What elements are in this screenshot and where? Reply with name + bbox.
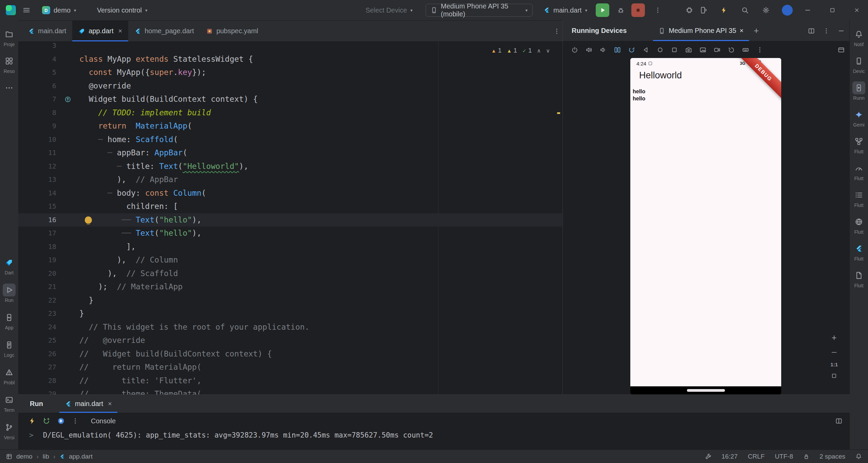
code-line-17[interactable]: 17 ── Text("hello"), xyxy=(18,227,562,240)
code-editor[interactable]: 34class MyApp extends StatelessWidget {5… xyxy=(18,42,562,394)
run-configuration[interactable]: main.dart ▾ xyxy=(543,0,587,20)
rotate-icon[interactable] xyxy=(625,43,638,56)
device-manager-button[interactable] xyxy=(700,0,707,20)
code-line-16[interactable]: 16 ── Text("hello"), xyxy=(18,213,562,227)
more-run-actions[interactable] xyxy=(654,0,661,20)
breadcrumb-file[interactable]: app.dart xyxy=(69,453,93,460)
device-settings-button[interactable] xyxy=(838,46,845,53)
code-line-15[interactable]: 15 children: [ xyxy=(18,200,562,213)
code-line-14[interactable]: 14 ─ body: const Column( xyxy=(18,187,562,200)
notifications-bell-icon[interactable] xyxy=(855,453,862,460)
line-ending[interactable]: CRLF xyxy=(748,453,765,460)
layout-icon[interactable] xyxy=(6,454,12,460)
debug-button[interactable] xyxy=(617,0,625,20)
tool-stripe-item-more-tool-windows[interactable] xyxy=(0,81,18,94)
tool-stripe-item-logcat[interactable]: Logc xyxy=(0,339,18,358)
hot-reload-button[interactable] xyxy=(720,0,728,20)
run-button[interactable] xyxy=(596,3,609,17)
settings-button[interactable] xyxy=(762,0,770,20)
add-device-tab-button[interactable]: + xyxy=(754,20,759,41)
overview-icon[interactable] xyxy=(668,43,681,56)
file-encoding[interactable]: UTF-8 xyxy=(775,453,793,460)
tool-stripe-item-flutter-docs[interactable]: Flutt xyxy=(850,269,868,288)
split-panel-icon[interactable] xyxy=(808,27,815,34)
console-fold-arrow[interactable]: > xyxy=(29,430,34,440)
editor-tab-home_page.dart[interactable]: home_page.dart xyxy=(128,21,200,41)
scrollbar-warning-mark[interactable] xyxy=(557,112,560,114)
code-line-4[interactable]: 4class MyApp extends StatelessWidget { xyxy=(18,53,562,66)
code-line-7[interactable]: 7 Widget build(BuildContext context) { xyxy=(18,93,562,106)
split-console-icon[interactable] xyxy=(835,418,842,424)
code-line-24[interactable]: 24 // This widget is the root of your ap… xyxy=(18,321,562,334)
window-maximize-button[interactable] xyxy=(829,0,835,20)
screenshot-icon[interactable] xyxy=(682,43,695,56)
snapshot-icon[interactable] xyxy=(725,43,738,56)
code-line-18[interactable]: 18 ], xyxy=(18,240,562,254)
tool-stripe-item-flutter-inspector[interactable]: Flutt xyxy=(850,135,868,154)
hide-panel-icon[interactable] xyxy=(838,27,845,34)
code-line-13[interactable]: 13 ), // AppBar xyxy=(18,173,562,187)
tool-stripe-item-run[interactable]: Run xyxy=(0,284,18,303)
home-icon[interactable] xyxy=(654,43,667,56)
cursor-position[interactable]: 16:27 xyxy=(722,453,738,460)
editor-tab-main.dart[interactable]: main.dart xyxy=(22,21,72,41)
tool-stripe-item-resource-manager[interactable]: Reso xyxy=(0,55,18,74)
tool-stripe-item-flutter-performance[interactable]: Flutt xyxy=(850,162,868,181)
editor-tab-pubspec.yaml[interactable]: pubspec.yaml xyxy=(200,21,264,41)
volume-up-icon[interactable] xyxy=(583,43,595,56)
gradle-sync-button[interactable] xyxy=(686,0,693,20)
code-line-12[interactable]: 12 ─ title: Text("Helloworld"), xyxy=(18,160,562,173)
code-line-8[interactable]: 8 // TODO: implement build xyxy=(18,106,562,120)
close-tab-icon[interactable]: × xyxy=(739,27,744,35)
prev-problem-button[interactable]: ∧ xyxy=(537,47,541,54)
code-line-10[interactable]: 10 ─ home: Scaffold( xyxy=(18,133,562,147)
breadcrumb-folder[interactable]: lib xyxy=(43,453,49,460)
breadcrumb-project[interactable]: demo xyxy=(16,453,33,460)
tool-stripe-item-device-manager[interactable]: Devic xyxy=(850,55,868,74)
quickfix-bulb-icon[interactable] xyxy=(85,216,92,224)
project-selector[interactable]: D demo ▾ xyxy=(42,0,76,20)
tool-stripe-item-running-devices[interactable]: Runn xyxy=(850,81,868,101)
code-line-21[interactable]: 21 ); // MaterialApp xyxy=(18,280,562,294)
code-line-22[interactable]: 22 } xyxy=(18,294,562,307)
tool-stripe-item-flutter-network[interactable]: Flutt xyxy=(850,215,868,235)
main-menu-button[interactable] xyxy=(22,0,31,20)
select-device-dropdown[interactable]: Select Device ▾ xyxy=(366,0,413,20)
code-line-9[interactable]: 9 return MaterialApp( xyxy=(18,119,562,133)
editor-tab-options[interactable] xyxy=(553,21,560,41)
code-line-26[interactable]: 26// Widget build(BuildContext context) … xyxy=(18,347,562,361)
record-icon[interactable] xyxy=(711,43,724,56)
wrench-icon[interactable] xyxy=(705,453,711,460)
lock-icon[interactable] xyxy=(803,454,809,460)
tool-stripe-item-app-quality-insights[interactable]: App xyxy=(0,311,18,330)
camera-icon[interactable] xyxy=(696,43,709,56)
back-icon[interactable] xyxy=(639,43,652,56)
close-tab-icon[interactable]: × xyxy=(118,27,122,35)
close-tab-icon[interactable]: × xyxy=(108,400,112,408)
code-line-5[interactable]: 5 const MyApp({super.key}); xyxy=(18,66,562,79)
kebab-icon[interactable] xyxy=(753,43,766,56)
emulator-screen[interactable]: 4:24 3G ↑↓ Helloworld hello hello DEBUG xyxy=(630,58,781,386)
keyboard-icon[interactable] xyxy=(739,43,752,56)
zoom-out-button[interactable]: ─ xyxy=(832,348,836,356)
tool-stripe-item-project[interactable]: Proje xyxy=(0,28,18,47)
tool-stripe-item-version-control[interactable]: Versi xyxy=(0,421,18,440)
tool-stripe-item-problems[interactable]: Probl xyxy=(0,366,18,385)
code-line-11[interactable]: 11 ─ appBar: AppBar( xyxy=(18,146,562,160)
device-selector[interactable]: Medium Phone API 35 (mobile) ▾ xyxy=(426,4,533,17)
search-everywhere-button[interactable] xyxy=(741,0,749,20)
window-minimize-button[interactable] xyxy=(804,0,811,20)
volume-down-icon[interactable] xyxy=(597,43,610,56)
device-tab[interactable]: Medium Phone API 35 × xyxy=(653,20,749,41)
override-gutter-icon[interactable] xyxy=(56,93,79,106)
hot-restart-icon[interactable] xyxy=(43,417,50,425)
editor-tab-app.dart[interactable]: app.dart× xyxy=(72,21,128,41)
stop-button[interactable] xyxy=(631,3,645,17)
hot-reload-icon[interactable] xyxy=(28,417,36,425)
code-line-28[interactable]: 28// title: 'Flutter', xyxy=(18,374,562,388)
fold-icon[interactable] xyxy=(611,43,624,56)
run-session-tab[interactable]: main.dart × xyxy=(59,395,117,413)
window-close-button[interactable] xyxy=(854,0,860,20)
panel-options-icon[interactable] xyxy=(823,27,830,34)
code-line-3[interactable]: 3 xyxy=(18,42,562,53)
